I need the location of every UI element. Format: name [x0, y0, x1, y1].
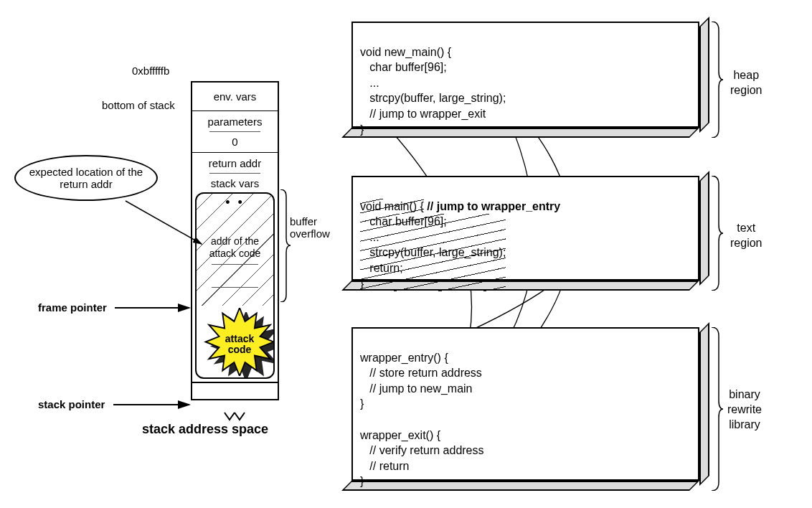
zero: 0 — [192, 134, 278, 153]
heap-l1: void new_main() { — [360, 46, 451, 58]
return-addr: return addr — [192, 153, 278, 171]
stack-caption: stack address space — [142, 422, 268, 437]
addr-of-attack-code: addr of the attack code — [200, 235, 270, 260]
top-addr-label: 0xbfffffb — [132, 65, 169, 77]
heap-l6: } — [360, 123, 364, 136]
heap-l4: strcpy(buffer, large_string); — [360, 92, 506, 104]
continuation-dots: • • — [197, 194, 273, 212]
lib-l1: wrapper_entry() { — [360, 352, 448, 364]
lib-l6: wrapper_exit() { — [360, 429, 440, 441]
heap-l5: // jump to wrapper_exit — [360, 108, 486, 120]
text-block: void main() { // jump to wrapper_entry c… — [351, 176, 699, 281]
heap-l2: char buffer[96]; — [360, 61, 447, 73]
code-struck-main: void main() { — [360, 199, 424, 215]
heap-block: void new_main() { char buffer[96]; ... s… — [351, 22, 699, 128]
lib-l8: // return — [360, 460, 409, 472]
stack-pointer-label: stack pointer — [38, 398, 105, 410]
lib-l9: } — [360, 475, 364, 487]
stack-diagram: 0xbfffffb bottom of stack env. vars para… — [14, 65, 359, 495]
lib-l4: } — [360, 398, 364, 410]
stack-bottom-gap — [192, 382, 278, 399]
code-struck-body: char buffer[96]; ... strcpy(buffer, larg… — [360, 214, 506, 291]
binary-library-label: binary rewrite library — [727, 387, 762, 432]
buffer-overflow-label: buffer overflow — [290, 215, 330, 240]
lib-l3: // jump to new_main — [360, 382, 473, 395]
expected-location-ellipse: expected location of the return addr — [14, 155, 158, 201]
attack-code-text: attack code — [204, 334, 275, 356]
env-vars: env. vars — [192, 83, 278, 111]
frame-pointer-label: frame pointer — [38, 301, 107, 314]
attack-code-starburst: attack code — [204, 308, 275, 376]
stack-box: env. vars parameters 0 return addr stack… — [191, 81, 279, 400]
heap-l3: ... — [360, 77, 379, 89]
jump-wrapper-entry: // jump to wrapper_entry — [424, 200, 560, 212]
bottom-of-stack-label: bottom of stack — [102, 99, 175, 111]
memory-regions: void new_main() { char buffer[96]; ... s… — [351, 14, 803, 502]
library-block: wrapper_entry() { // store return addres… — [351, 327, 699, 481]
text-region-label: text region — [730, 221, 762, 251]
lib-l7: // verify return address — [360, 444, 484, 456]
lib-l2: // store return address — [360, 367, 482, 379]
inner-rounded-box: • • addr of the attack code attack code — [195, 192, 275, 379]
stack-vars: stack vars — [192, 176, 278, 191]
parameters: parameters — [192, 111, 278, 129]
heap-region-label: heap region — [730, 68, 762, 98]
